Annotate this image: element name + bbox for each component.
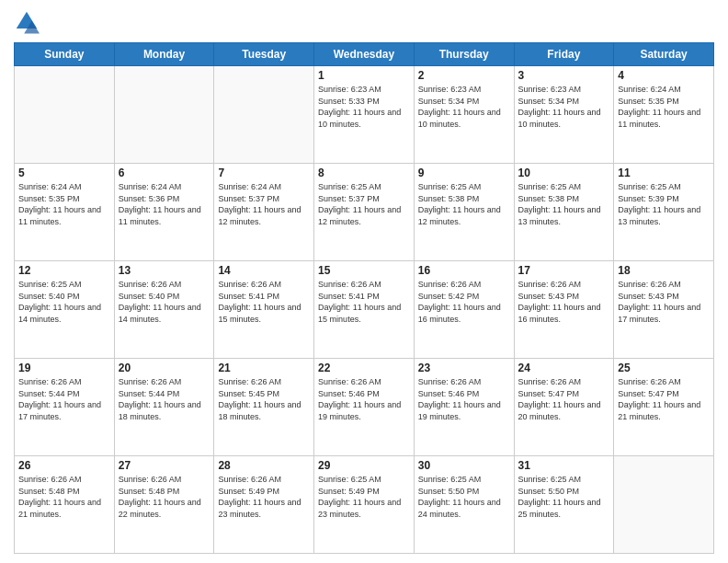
- calendar-cell: 11Sunrise: 6:25 AM Sunset: 5:39 PM Dayli…: [614, 164, 714, 261]
- day-number: 17: [518, 264, 610, 277]
- day-header-friday: Friday: [514, 43, 614, 66]
- calendar-cell: 28Sunrise: 6:26 AM Sunset: 5:49 PM Dayli…: [214, 456, 314, 554]
- day-info: Sunrise: 6:26 AM Sunset: 5:43 PM Dayligh…: [518, 279, 610, 325]
- day-number: 11: [618, 167, 710, 179]
- calendar-cell: [614, 456, 714, 554]
- day-info: Sunrise: 6:25 AM Sunset: 5:38 PM Dayligh…: [418, 181, 510, 227]
- calendar-cell: 5Sunrise: 6:24 AM Sunset: 5:35 PM Daylig…: [15, 164, 115, 261]
- calendar-cell: 26Sunrise: 6:26 AM Sunset: 5:48 PM Dayli…: [15, 456, 115, 554]
- day-info: Sunrise: 6:24 AM Sunset: 5:37 PM Dayligh…: [218, 181, 310, 227]
- calendar-cell: 22Sunrise: 6:26 AM Sunset: 5:46 PM Dayli…: [314, 359, 415, 456]
- day-info: Sunrise: 6:23 AM Sunset: 5:34 PM Dayligh…: [518, 84, 610, 130]
- calendar-cell: [114, 66, 214, 164]
- calendar-cell: 7Sunrise: 6:24 AM Sunset: 5:37 PM Daylig…: [214, 164, 314, 261]
- calendar-cell: 31Sunrise: 6:25 AM Sunset: 5:50 PM Dayli…: [514, 456, 614, 554]
- day-header-monday: Monday: [114, 43, 214, 66]
- day-info: Sunrise: 6:23 AM Sunset: 5:34 PM Dayligh…: [418, 84, 510, 130]
- day-info: Sunrise: 6:26 AM Sunset: 5:44 PM Dayligh…: [119, 376, 210, 422]
- logo: [14, 9, 43, 35]
- day-number: 31: [518, 459, 610, 472]
- day-info: Sunrise: 6:26 AM Sunset: 5:49 PM Dayligh…: [218, 474, 310, 520]
- calendar-cell: 27Sunrise: 6:26 AM Sunset: 5:48 PM Dayli…: [114, 456, 214, 554]
- calendar-cell: 13Sunrise: 6:26 AM Sunset: 5:40 PM Dayli…: [114, 261, 214, 359]
- day-number: 27: [119, 459, 210, 472]
- day-info: Sunrise: 6:25 AM Sunset: 5:50 PM Dayligh…: [518, 474, 610, 520]
- day-header-saturday: Saturday: [614, 43, 714, 66]
- calendar-cell: 19Sunrise: 6:26 AM Sunset: 5:44 PM Dayli…: [15, 359, 115, 456]
- calendar-cell: 10Sunrise: 6:25 AM Sunset: 5:38 PM Dayli…: [514, 164, 614, 261]
- day-number: 20: [119, 362, 210, 374]
- day-info: Sunrise: 6:26 AM Sunset: 5:43 PM Dayligh…: [618, 279, 710, 325]
- day-number: 16: [418, 264, 510, 277]
- calendar-cell: 18Sunrise: 6:26 AM Sunset: 5:43 PM Dayli…: [614, 261, 714, 359]
- day-info: Sunrise: 6:26 AM Sunset: 5:41 PM Dayligh…: [218, 279, 310, 325]
- day-number: 22: [318, 362, 410, 374]
- calendar-cell: 4Sunrise: 6:24 AM Sunset: 5:35 PM Daylig…: [614, 66, 714, 164]
- day-number: 30: [418, 459, 510, 472]
- day-info: Sunrise: 6:26 AM Sunset: 5:46 PM Dayligh…: [318, 376, 410, 422]
- day-info: Sunrise: 6:24 AM Sunset: 5:35 PM Dayligh…: [18, 181, 110, 227]
- logo-icon: [14, 9, 40, 35]
- day-number: 9: [418, 167, 510, 179]
- day-number: 10: [518, 167, 610, 179]
- calendar-table: SundayMondayTuesdayWednesdayThursdayFrid…: [14, 42, 714, 554]
- calendar-cell: 2Sunrise: 6:23 AM Sunset: 5:34 PM Daylig…: [414, 66, 514, 164]
- calendar-cell: 16Sunrise: 6:26 AM Sunset: 5:42 PM Dayli…: [414, 261, 514, 359]
- day-info: Sunrise: 6:26 AM Sunset: 5:42 PM Dayligh…: [418, 279, 510, 325]
- day-number: 12: [18, 264, 110, 277]
- day-number: 2: [418, 69, 510, 82]
- calendar-cell: 1Sunrise: 6:23 AM Sunset: 5:33 PM Daylig…: [314, 66, 415, 164]
- day-info: Sunrise: 6:26 AM Sunset: 5:44 PM Dayligh…: [18, 376, 110, 422]
- day-info: Sunrise: 6:26 AM Sunset: 5:45 PM Dayligh…: [218, 376, 310, 422]
- day-number: 19: [18, 362, 110, 374]
- calendar-week-4: 26Sunrise: 6:26 AM Sunset: 5:48 PM Dayli…: [15, 456, 714, 554]
- day-info: Sunrise: 6:24 AM Sunset: 5:36 PM Dayligh…: [119, 181, 210, 227]
- day-number: 14: [218, 264, 310, 277]
- day-info: Sunrise: 6:25 AM Sunset: 5:49 PM Dayligh…: [318, 474, 410, 520]
- day-number: 18: [618, 264, 710, 277]
- calendar-cell: 14Sunrise: 6:26 AM Sunset: 5:41 PM Dayli…: [214, 261, 314, 359]
- day-number: 8: [318, 167, 410, 179]
- calendar-cell: 24Sunrise: 6:26 AM Sunset: 5:47 PM Dayli…: [514, 359, 614, 456]
- day-info: Sunrise: 6:26 AM Sunset: 5:48 PM Dayligh…: [119, 474, 210, 520]
- calendar-cell: 23Sunrise: 6:26 AM Sunset: 5:46 PM Dayli…: [414, 359, 514, 456]
- calendar-cell: 15Sunrise: 6:26 AM Sunset: 5:41 PM Dayli…: [314, 261, 415, 359]
- day-number: 3: [518, 69, 610, 82]
- day-info: Sunrise: 6:26 AM Sunset: 5:46 PM Dayligh…: [418, 376, 510, 422]
- day-number: 29: [318, 459, 410, 472]
- day-info: Sunrise: 6:26 AM Sunset: 5:48 PM Dayligh…: [18, 474, 110, 520]
- day-header-thursday: Thursday: [414, 43, 514, 66]
- day-number: 13: [119, 264, 210, 277]
- day-number: 28: [218, 459, 310, 472]
- calendar-week-3: 19Sunrise: 6:26 AM Sunset: 5:44 PM Dayli…: [15, 359, 714, 456]
- calendar-cell: 25Sunrise: 6:26 AM Sunset: 5:47 PM Dayli…: [614, 359, 714, 456]
- calendar-cell: [214, 66, 314, 164]
- calendar-cell: 6Sunrise: 6:24 AM Sunset: 5:36 PM Daylig…: [114, 164, 214, 261]
- calendar-week-0: 1Sunrise: 6:23 AM Sunset: 5:33 PM Daylig…: [15, 66, 714, 164]
- day-number: 15: [318, 264, 410, 277]
- calendar-cell: 29Sunrise: 6:25 AM Sunset: 5:49 PM Dayli…: [314, 456, 415, 554]
- calendar-cell: 17Sunrise: 6:26 AM Sunset: 5:43 PM Dayli…: [514, 261, 614, 359]
- day-info: Sunrise: 6:25 AM Sunset: 5:40 PM Dayligh…: [18, 279, 110, 325]
- day-info: Sunrise: 6:25 AM Sunset: 5:50 PM Dayligh…: [418, 474, 510, 520]
- day-number: 25: [618, 362, 710, 374]
- day-number: 6: [119, 167, 210, 179]
- day-info: Sunrise: 6:24 AM Sunset: 5:35 PM Dayligh…: [618, 84, 710, 130]
- page: SundayMondayTuesdayWednesdayThursdayFrid…: [0, 0, 728, 563]
- calendar-cell: 3Sunrise: 6:23 AM Sunset: 5:34 PM Daylig…: [514, 66, 614, 164]
- day-number: 7: [218, 167, 310, 179]
- calendar-cell: 8Sunrise: 6:25 AM Sunset: 5:37 PM Daylig…: [314, 164, 415, 261]
- calendar-cell: 12Sunrise: 6:25 AM Sunset: 5:40 PM Dayli…: [15, 261, 115, 359]
- calendar-cell: 20Sunrise: 6:26 AM Sunset: 5:44 PM Dayli…: [114, 359, 214, 456]
- day-info: Sunrise: 6:25 AM Sunset: 5:38 PM Dayligh…: [518, 181, 610, 227]
- day-info: Sunrise: 6:25 AM Sunset: 5:37 PM Dayligh…: [318, 181, 410, 227]
- day-info: Sunrise: 6:26 AM Sunset: 5:40 PM Dayligh…: [119, 279, 210, 325]
- day-header-sunday: Sunday: [15, 43, 115, 66]
- calendar-cell: 9Sunrise: 6:25 AM Sunset: 5:38 PM Daylig…: [414, 164, 514, 261]
- day-number: 26: [18, 459, 110, 472]
- day-number: 21: [218, 362, 310, 374]
- header: [14, 9, 714, 35]
- day-number: 23: [418, 362, 510, 374]
- calendar-header-row: SundayMondayTuesdayWednesdayThursdayFrid…: [15, 43, 714, 66]
- calendar-cell: 30Sunrise: 6:25 AM Sunset: 5:50 PM Dayli…: [414, 456, 514, 554]
